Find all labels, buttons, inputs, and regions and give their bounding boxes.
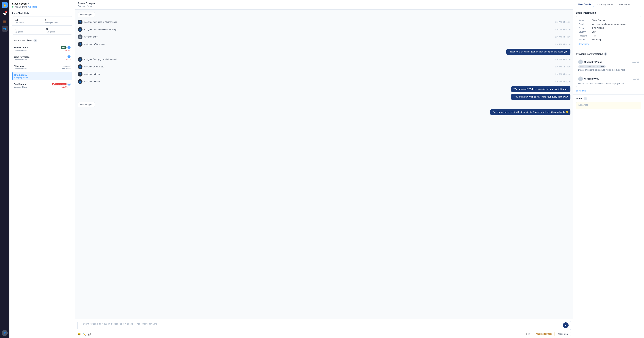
chat-nav-icon[interactable]: 💬 3: [2, 11, 8, 17]
timeline-icon-1: 👤: [78, 20, 82, 24]
chat-toolbar: 😊 ✏️ 🎧 🎧+ Waiting for User Close Chat: [78, 330, 571, 336]
chat-item-rita[interactable]: Rita Eggsby Company Name: [12, 72, 72, 80]
show-more-info[interactable]: Show more: [578, 43, 589, 45]
chat-user-company: Company Name: [78, 5, 570, 7]
chat-company-john: Company Name: [14, 59, 27, 61]
toolbar-right: 🎧+ Waiting for User Close Chat: [524, 332, 571, 336]
timeline-text-1: Assigned from gogo to MedhaAnand: [84, 21, 553, 23]
chat-item-john[interactable]: John Reynolds 3 Company Name 45sec: [12, 54, 72, 62]
emoji-icon[interactable]: 😊: [78, 333, 81, 336]
timeline-icon-7: 👤: [78, 72, 82, 76]
notes-input[interactable]: Add a note: [576, 102, 641, 109]
chat-messages: contact agent 👤 Assigned from gogo to Me…: [75, 9, 573, 319]
timeline-text-4: Assigned to Team None: [84, 43, 553, 45]
timeline-text-7: Assigned to team: [84, 73, 553, 75]
timeline-text-bot: Assigned to bot: [84, 36, 553, 38]
convo-header-1: Closed by Prince 11 Jul 20: [578, 59, 639, 64]
contact-agent-btn-bottom[interactable]: contact agent: [78, 102, 95, 107]
basic-info-section: Basic Information Name Steve Cooper Emai…: [573, 9, 644, 50]
user-details-panel: User Details Company Name Task Name ⋮ Ba…: [573, 0, 644, 338]
show-more-convos[interactable]: Show more: [576, 90, 586, 92]
contact-agent-btn-top[interactable]: contact agent: [78, 12, 95, 17]
chat-name-alice: Alice May: [14, 65, 24, 67]
prev-convos-count: 5: [604, 52, 607, 56]
timeline-icon-5: 👤: [78, 57, 82, 62]
chat-input-area: {} Start typing for quick responses or p…: [75, 319, 573, 338]
briefcase-nav-icon[interactable]: 💼: [2, 18, 8, 24]
chat-time-alice: 1min 20sec: [60, 68, 70, 70]
chat-input-placeholder[interactable]: Start typing for quick responses or pres…: [83, 322, 561, 328]
audio-icon[interactable]: 🎧: [88, 333, 91, 336]
convo-date-1: 11 Jul 20: [632, 61, 639, 63]
chat-item-ray[interactable]: Ray Denson Waiting longest 88 Company Na…: [12, 81, 72, 90]
info-row-email: Email steve.cooper@companyname.com: [578, 22, 639, 26]
badge-num-john: 3: [68, 55, 70, 58]
timeline-time-6: 1:16 AM, 6 Nov, 20: [555, 66, 570, 68]
badge-new-steve: New: [60, 46, 66, 49]
toolbar-left: 😊 ✏️ 🎧: [78, 333, 91, 336]
chat-user-name: Steve Cooper: [78, 2, 570, 5]
bot-message-2: *You are next!* We'll be reviewing your …: [511, 86, 570, 92]
timeline-text-8: Assigned to team: [84, 80, 553, 83]
stat-my-queue: 2 My queue: [12, 25, 42, 34]
timeline-event-4: 👤 Assigned to Team None 1:16 AM, 6 Nov, …: [78, 41, 570, 47]
notes-label: Notes: [576, 97, 582, 100]
info-card: Name Steve Cooper Email steve.cooper@com…: [576, 16, 641, 47]
timeline-event-3: 🤖 Assigned to bot 1:16 AM, 6 Nov, 20: [78, 34, 570, 40]
convo-detail-2: Details of issue to be resolved will be …: [578, 82, 639, 85]
people-nav-icon[interactable]: 👥: [2, 25, 8, 32]
chat-item-steve[interactable]: Steve Cooper New 1 Company Name 30sec: [12, 44, 72, 53]
convo-card-1[interactable]: Closed by Prince 11 Jul 20 Name of Issue…: [576, 58, 641, 73]
chat-item-alice[interactable]: Alice May Last messaged Company Name 1mi…: [12, 63, 72, 71]
badge-num-steve: 1: [68, 46, 70, 49]
stats-section: Live Chat Stats 23 Completed 7 Waiting f…: [10, 10, 75, 37]
notes-title: Notes 1: [576, 97, 641, 100]
chat-time-ray: 5min 30sec: [60, 86, 70, 88]
convo-header-2: Closed by you 1 Jul 20: [578, 76, 639, 81]
logo-icon: ✋: [2, 2, 8, 8]
send-button[interactable]: ➤: [563, 322, 568, 328]
avatar-nav-icon[interactable]: 👤: [2, 330, 8, 336]
info-row-timezone: Timezone PTR: [578, 34, 639, 38]
label-name: Name: [578, 19, 590, 21]
convo-tag-1: Name of Issue to be Resolved: [578, 65, 606, 68]
chats-count: 5: [34, 39, 37, 42]
chats-header: Your Active Chats 5: [12, 39, 72, 42]
chat-company-ray: Company Name: [14, 86, 27, 88]
chat-name-steve: Steve Cooper: [14, 46, 28, 49]
timeline-time-5: 1:16 AM, 6 Nov, 20: [555, 58, 570, 60]
more-options-icon[interactable]: ⋮: [638, 3, 642, 6]
tab-company-name[interactable]: Company Name: [594, 2, 616, 7]
chevron-down-icon[interactable]: ▾: [28, 2, 29, 5]
timeline-time-7: 1:16 AM, 6 Nov, 20: [555, 73, 570, 75]
stat-team-queue: 60 Team queue: [42, 25, 72, 34]
waiting-for-user-button[interactable]: Waiting for User: [534, 332, 554, 336]
edit-icon[interactable]: ✏️: [82, 333, 86, 336]
timeline-icon-2: 👤: [78, 27, 82, 32]
go-offline-link[interactable]: Go offline: [28, 6, 37, 8]
tab-user-details[interactable]: User Details: [576, 2, 594, 7]
chat-badge: 3: [5, 11, 8, 13]
notes-count: 1: [584, 97, 587, 100]
label-timezone: Timezone: [578, 35, 590, 37]
timeline-event-6: 👤 Assigned to Team 110 1:16 AM, 6 Nov, 2…: [78, 64, 570, 70]
chat-time-steve: 30sec: [65, 49, 70, 51]
convo-title-1: Closed by Prince: [584, 61, 630, 63]
chat-time-john: 45sec: [65, 59, 70, 61]
chat-input-box[interactable]: {} Start typing for quick responses or p…: [78, 321, 571, 330]
convo-detail-1: Details of issue to be resolved will be …: [578, 69, 639, 71]
stat-waiting: 7 Waiting for user: [42, 16, 72, 25]
stat-completed: 23 Completed: [12, 16, 42, 25]
convo-card-2[interactable]: Closed by you 1 Jul 20 Details of issue …: [576, 75, 641, 87]
timeline-event-5: 👤 Assigned from gogo to MedhaAnand 1:16 …: [78, 56, 570, 62]
stats-grid: 23 Completed 7 Waiting for user 2 My que…: [12, 16, 72, 35]
tab-task-name[interactable]: Task Name: [616, 2, 632, 7]
assign-button[interactable]: 🎧+: [524, 332, 532, 336]
label-email: Email: [578, 23, 590, 25]
chat-time-label-alice: Last messaged: [58, 65, 70, 67]
info-row-country: Country USA: [578, 30, 639, 34]
timeline-time-4: 1:16 AM, 6 Nov, 20: [555, 43, 570, 45]
chat-company-rita: Company Name: [14, 76, 70, 78]
convo-avatar-1: [578, 59, 583, 64]
close-chat-button[interactable]: Close Chat: [556, 332, 571, 336]
